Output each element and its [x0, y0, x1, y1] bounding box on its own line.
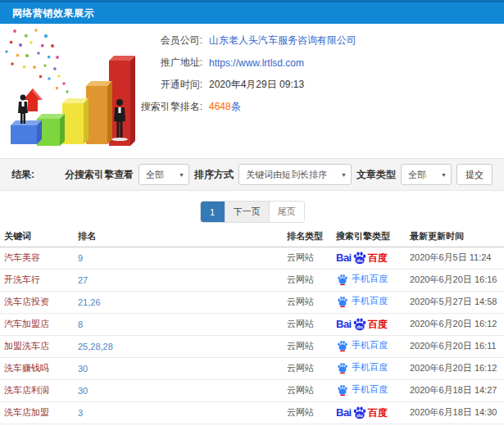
article-type-label: 文章类型 [356, 168, 396, 182]
rank-type-cell: 云网站 [283, 313, 332, 335]
rank-cell[interactable]: 21,26 [74, 291, 283, 313]
mobile-baidu-label: 手机百度 [352, 274, 388, 283]
keyword-cell: 洗车店投资 [0, 291, 74, 313]
mobile-baidu-label: 手机百度 [352, 385, 388, 394]
rank-cell[interactable]: 25,28,28 [74, 335, 283, 357]
baidu-logo-cn: 百度 [368, 408, 388, 418]
engine-cell: 手机百度 [332, 357, 406, 379]
info-row-open-time: 开通时间: 2020年4月29日 09:13 [119, 74, 389, 96]
mobile-baidu-label: 手机百度 [352, 341, 388, 350]
next-page-button[interactable]: 下一页 [225, 202, 270, 222]
info-row-rank-count: 搜索引擎排名: 4648条 [119, 96, 389, 118]
svg-text:du: du [356, 324, 363, 329]
baidu-paw-icon [337, 384, 348, 396]
filter-bar: 结果: 分搜索引擎查看 全部 ▼ 排序方式 关键词由短到长排序 ▼ 文章类型 全… [0, 158, 504, 191]
rank-cell[interactable]: 3 [74, 401, 283, 424]
sort-select[interactable]: 关键词由短到长排序 ▼ [238, 164, 352, 185]
keyword-cell: 洗车店加盟 [0, 401, 74, 424]
mobile-baidu-logo: 手机百度 [336, 384, 388, 396]
table-header-row: 关键词 排名 排名类型 搜索引擎类型 最新更新时间 [0, 229, 504, 247]
rank-type-cell: 云网站 [283, 357, 332, 379]
updated-cell: 2020年6月18日 14:30 [406, 401, 504, 424]
table-row: 洗车店利润30云网站 手机百度2020年6月18日 14:27 [0, 379, 504, 401]
engine-filter-select[interactable]: 全部 ▼ [138, 164, 189, 185]
baidu-logo-bai: Bai [336, 252, 352, 263]
engine-filter-value: 全部 [146, 169, 164, 181]
baidu-logo: Bai du 百度 [336, 251, 388, 265]
submit-button[interactable]: 提交 [456, 164, 493, 185]
rank-cell[interactable]: 8 [74, 313, 283, 335]
bar-blue [11, 120, 42, 144]
engine-cell: Bai du 百度 [332, 401, 406, 424]
header-keyword: 关键词 [0, 229, 74, 247]
promo-url-link[interactable]: https://www.lrtlsd.com [209, 57, 304, 69]
company-name-link[interactable]: 山东老人头汽车服务咨询有限公司 [209, 34, 356, 48]
rank-type-cell: 云网站 [283, 269, 332, 291]
updated-cell: 2020年6月18日 14:27 [406, 379, 504, 401]
chevron-down-icon: ▼ [341, 172, 347, 178]
pagination: 1 下一页 尾页 [200, 201, 305, 223]
result-label: 结果: [11, 168, 34, 182]
bar-yellow [62, 98, 89, 144]
info-row-company: 会员公司: 山东老人头汽车服务咨询有限公司 [119, 29, 389, 52]
baidu-paw-icon [337, 274, 348, 285]
table-row: 开洗车行27云网站 手机百度2020年6月20日 16:16 [0, 269, 504, 291]
header-rank-type: 排名类型 [283, 229, 332, 247]
app-header: 网络营销效果展示 [0, 0, 504, 24]
page-button-current[interactable]: 1 [201, 202, 225, 222]
filter-controls: 分搜索引擎查看 全部 ▼ 排序方式 关键词由短到长排序 ▼ 文章类型 全部 ▼ … [65, 164, 493, 185]
baidu-paw-icon [337, 296, 348, 307]
updated-cell: 2020年6月20日 16:11 [406, 335, 504, 357]
baidu-paw-icon: du [352, 406, 367, 420]
updated-cell: 2020年6月5日 11:24 [406, 247, 504, 269]
mobile-baidu-label: 手机百度 [352, 297, 388, 306]
rank-type-cell: 云网站 [283, 291, 332, 313]
article-type-value: 全部 [408, 169, 426, 181]
article-type-select[interactable]: 全部 ▼ [401, 164, 452, 185]
chevron-down-icon: ▼ [441, 172, 447, 178]
baidu-paw-icon [337, 362, 348, 374]
baidu-logo-cn: 百度 [368, 253, 388, 263]
baidu-logo: Bai du 百度 [336, 406, 388, 420]
keyword-ranking-table: 关键词 排名 排名类型 搜索引擎类型 最新更新时间 汽车美容9云网站Bai du… [0, 229, 504, 424]
header-rank: 排名 [74, 229, 283, 247]
baidu-paw-icon: du [352, 317, 367, 332]
last-page-button[interactable]: 尾页 [270, 202, 304, 222]
table-row: 洗车店投资21,26云网站 手机百度2020年5月27日 14:58 [0, 291, 504, 313]
confetti-dots [5, 29, 69, 93]
bar-orange [86, 81, 112, 144]
updated-cell: 2020年6月20日 16:12 [406, 313, 504, 335]
rank-cell[interactable]: 30 [74, 379, 283, 401]
rank-cell[interactable]: 30 [74, 357, 283, 379]
engine-cell: Bai du 百度 [332, 247, 406, 269]
keyword-cell: 开洗车行 [0, 269, 74, 291]
sort-label: 排序方式 [194, 168, 234, 182]
engine-filter-label: 分搜索引擎查看 [65, 168, 134, 182]
baidu-logo-cn: 百度 [368, 320, 388, 329]
header-updated: 最新更新时间 [406, 229, 504, 247]
mobile-baidu-label: 手机百度 [352, 363, 388, 372]
table-row: 洗车赚钱吗30云网站 手机百度2020年6月20日 16:12 [0, 357, 504, 379]
table-row: 洗车店加盟3云网站Bai du 百度2020年6月18日 14:30 [0, 401, 504, 424]
keyword-cell: 加盟洗车店 [0, 335, 74, 357]
info-row-url: 推广地址: https://www.lrtlsd.com [119, 52, 389, 74]
baidu-logo-bai: Bai [336, 319, 352, 329]
member-info-panel: 会员公司: 山东老人头汽车服务咨询有限公司 推广地址: https://www.… [119, 29, 389, 118]
keyword-cell: 洗车店利润 [0, 379, 74, 401]
rank-cell[interactable]: 9 [74, 247, 283, 269]
rank-count-number: 4648 [209, 101, 231, 112]
open-time-value: 2020年4月29日 09:13 [209, 78, 304, 92]
updated-cell: 2020年6月20日 16:16 [406, 269, 504, 291]
mobile-baidu-logo: 手机百度 [336, 362, 388, 374]
company-label: 会员公司: [119, 34, 202, 48]
promo-url-label: 推广地址: [119, 56, 202, 70]
table-row: 汽车美容9云网站Bai du 百度2020年6月5日 11:24 [0, 247, 504, 269]
rank-count-value: 4648条 [209, 100, 241, 114]
mobile-baidu-logo: 手机百度 [336, 296, 388, 307]
table-row: 汽车加盟店8云网站Bai du 百度2020年6月20日 16:12 [0, 313, 504, 335]
rank-type-cell: 云网站 [283, 335, 332, 357]
rank-count-label: 搜索引擎排名: [119, 100, 202, 114]
rank-cell[interactable]: 27 [74, 269, 283, 291]
page-title: 网络营销效果展示 [12, 7, 94, 20]
engine-cell: 手机百度 [332, 269, 406, 291]
